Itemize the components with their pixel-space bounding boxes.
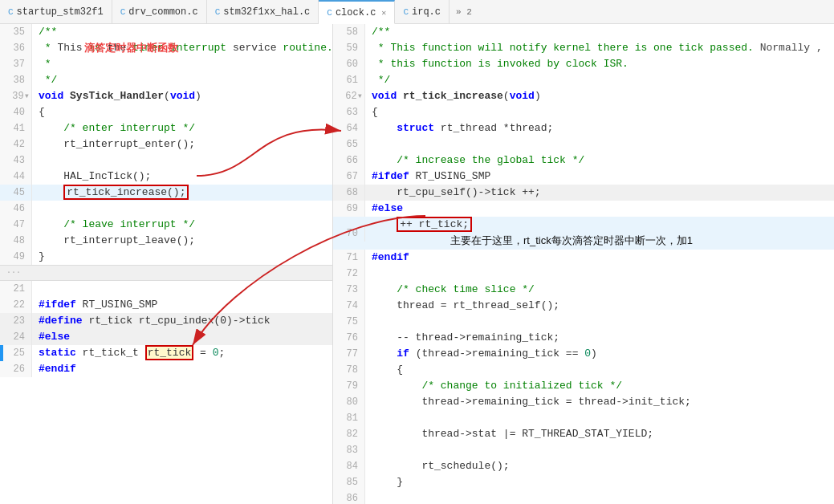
right-line-num-76: 76	[333, 330, 365, 346]
right-line-num-65: 65	[333, 136, 365, 152]
right-line-78: 78 {	[333, 362, 834, 378]
right-line-63: 63 {	[333, 104, 834, 120]
annotation-cn-title: 滴答定时器中断函数	[84, 40, 178, 56]
line-num-26: 26	[0, 361, 32, 377]
right-line-content-77: if (thread->remaining_tick == 0)	[365, 346, 834, 362]
tab-label-irq: irq.c	[412, 6, 441, 18]
right-line-num-58: 58	[333, 24, 365, 40]
right-line-num-73: 73	[333, 282, 365, 298]
right-line-num-62: 62▾	[333, 88, 365, 104]
tab-label-hal: stm32f1xx_hal.c	[223, 6, 310, 18]
tab-bar: C startup_stm32f1 C drv_common.c C stm32…	[0, 0, 834, 24]
right-line-73: 73 /* check time slice */	[333, 282, 834, 298]
code-line-35: 35 /**	[0, 24, 332, 40]
right-line-80: 80 thread->remaining_tick = thread->init…	[333, 394, 834, 410]
line-content-48: rt_interrupt_leave();	[32, 233, 332, 249]
tab-clock[interactable]: C clock.c ✕	[319, 0, 395, 24]
right-line-77: 77 if (thread->remaining_tick == 0)	[333, 346, 834, 362]
line-content-49: }	[32, 249, 332, 265]
line-num-46: 46	[0, 201, 32, 217]
right-line-num-74: 74	[333, 298, 365, 314]
content-area: 35 /** 36 * This is the timer interrupt …	[0, 24, 834, 504]
right-line-71: 71 #endif	[333, 250, 834, 266]
right-line-content-60: * this function is invoked by clock ISR.	[365, 56, 834, 72]
line-content-37: *	[32, 56, 332, 72]
line-num-24: 24	[0, 329, 32, 345]
right-line-58: 58 /**	[333, 24, 834, 40]
line-content-39: void SysTick_Handler(void)	[32, 88, 332, 104]
tab-drv-common[interactable]: C drv_common.c	[112, 0, 207, 24]
line-content-38: */	[32, 72, 332, 88]
right-line-num-86: 86	[333, 490, 365, 504]
right-line-content-82: thread->stat |= RT_THREAD_STAT_YIELD;	[365, 426, 834, 442]
right-line-content-67: #ifdef RT_USING_SMP	[365, 169, 834, 185]
line-content-45: rt_tick_increase();	[32, 185, 332, 201]
line-content-36: * This is the timer interrupt service ro…	[32, 40, 333, 56]
line-num-49: 49	[0, 249, 32, 265]
code-line-47: 47 /* leave interrupt */	[0, 217, 332, 233]
right-line-content-66: /* increase the global tick */	[365, 152, 834, 169]
tab-startup[interactable]: C startup_stm32f1	[0, 0, 112, 24]
line-content-35: /**	[32, 24, 332, 40]
line-num-35: 35	[0, 24, 32, 40]
code-line-23: 23 #define rt_tick rt_cpu_index(0)->tick	[0, 313, 332, 329]
right-line-num-59: 59	[333, 40, 365, 56]
code-line-21: 21	[0, 281, 332, 297]
right-line-num-61: 61	[333, 72, 365, 88]
code-line-43: 43	[0, 152, 332, 169]
code-line-38: 38 */	[0, 72, 332, 88]
right-line-64: 64 struct rt_thread *thread;	[333, 120, 834, 136]
line-num-22: 22	[0, 297, 32, 313]
code-line-24: 24 #else	[0, 329, 332, 345]
right-line-74: 74 thread = rt_thread_self();	[333, 298, 834, 314]
code-line-26: 26 #endif	[0, 361, 332, 377]
right-line-num-63: 63	[333, 104, 365, 120]
right-line-85: 85 }	[333, 474, 834, 490]
line-content-40: {	[32, 104, 332, 120]
right-line-84: 84 rt_schedule();	[333, 458, 834, 474]
line-num-42: 42	[0, 136, 32, 152]
right-line-content-59: * This function will notify kernel there…	[365, 40, 834, 56]
code-line-37: 37 *	[0, 56, 332, 72]
right-line-num-81: 81	[333, 410, 365, 426]
right-line-num-69: 69	[333, 201, 365, 217]
line-num-36: 36	[0, 40, 32, 56]
line-content-22: #ifdef RT_USING_SMP	[32, 297, 332, 313]
right-line-content-80: thread->remaining_tick = thread->init_ti…	[365, 394, 834, 410]
right-line-num-75: 75	[333, 314, 365, 330]
code-line-40: 40 {	[0, 104, 332, 120]
line-num-39: 39▾	[0, 88, 32, 104]
tab-irq[interactable]: C irq.c	[395, 0, 450, 24]
right-line-75: 75	[333, 314, 834, 330]
line-num-38: 38	[0, 72, 32, 88]
right-line-num-68: 68	[333, 185, 365, 201]
right-line-67: 67 #ifdef RT_USING_SMP	[333, 169, 834, 185]
right-line-num-70: 70	[333, 226, 365, 242]
code-line-39: 39▾ void SysTick_Handler(void)	[0, 88, 332, 104]
right-line-83: 83	[333, 442, 834, 458]
right-line-num-67: 67	[333, 169, 365, 185]
line-num-44: 44	[0, 169, 32, 185]
line-content-44: HAL_IncTick();	[32, 169, 332, 185]
right-line-72: 72	[333, 266, 834, 282]
right-line-content-84: rt_schedule();	[365, 458, 834, 474]
right-line-62: 62▾ void rt_tick_increase(void)	[333, 88, 834, 104]
right-line-content-76: -- thread->remaining_tick;	[365, 330, 834, 346]
right-line-content-78: {	[365, 362, 834, 378]
right-line-num-83: 83	[333, 442, 365, 458]
code-line-36: 36 * This is the timer interrupt service…	[0, 40, 332, 56]
right-line-content-79: /* change to initialized tick */	[365, 378, 834, 394]
tab-hal[interactable]: C stm32f1xx_hal.c	[207, 0, 319, 24]
right-line-66: 66 /* increase the global tick */	[333, 152, 834, 169]
right-line-79: 79 /* change to initialized tick */	[333, 378, 834, 394]
tab-overflow[interactable]: » 2	[450, 7, 478, 17]
right-line-content-61: */	[365, 72, 834, 88]
line-num-25: 25	[0, 345, 32, 361]
right-line-68: 68 rt_cpu_self()->tick ++;	[333, 185, 834, 201]
code-line-42: 42 rt_interrupt_enter();	[0, 136, 332, 152]
code-line-41: 41 /* enter interrupt */	[0, 120, 332, 136]
line-content-47: /* leave interrupt */	[32, 217, 332, 233]
right-line-content-71: #endif	[365, 250, 834, 266]
right-line-content-73: /* check time slice */	[365, 282, 834, 298]
right-line-content-74: thread = rt_thread_self();	[365, 298, 834, 314]
